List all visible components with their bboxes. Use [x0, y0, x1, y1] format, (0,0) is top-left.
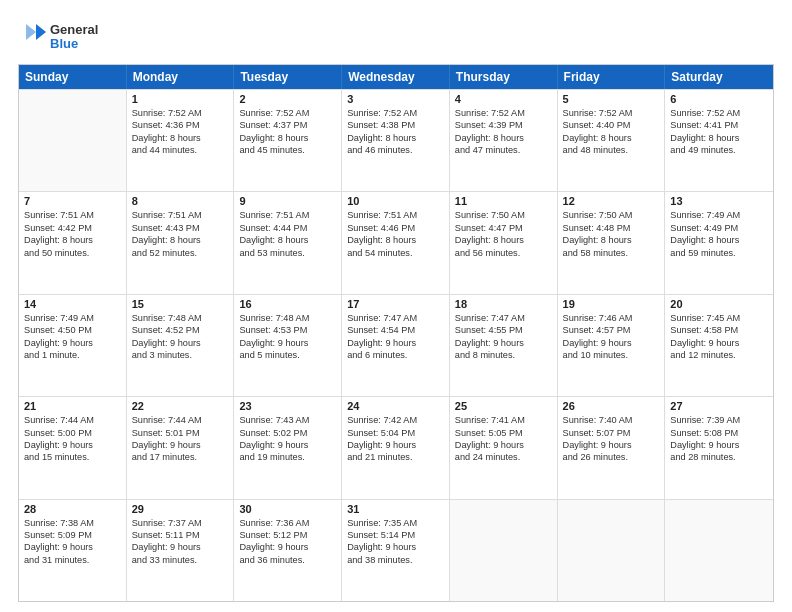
cell-line: Daylight: 9 hours — [563, 439, 660, 451]
cell-line: Sunrise: 7:44 AM — [24, 414, 121, 426]
cal-cell: 15Sunrise: 7:48 AMSunset: 4:52 PMDayligh… — [127, 295, 235, 396]
cell-line: Sunrise: 7:49 AM — [670, 209, 768, 221]
cell-line: Sunset: 4:37 PM — [239, 119, 336, 131]
cell-line: Sunset: 4:52 PM — [132, 324, 229, 336]
cell-line: Sunset: 4:57 PM — [563, 324, 660, 336]
cell-line: Sunrise: 7:39 AM — [670, 414, 768, 426]
cell-line: and 56 minutes. — [455, 247, 552, 259]
cell-line: Sunrise: 7:50 AM — [455, 209, 552, 221]
day-number: 9 — [239, 195, 336, 207]
day-number: 7 — [24, 195, 121, 207]
cal-cell — [450, 500, 558, 601]
cell-line: Daylight: 8 hours — [132, 132, 229, 144]
cell-line: Sunset: 4:55 PM — [455, 324, 552, 336]
cell-line: Sunset: 5:07 PM — [563, 427, 660, 439]
week-row-0: 1Sunrise: 7:52 AMSunset: 4:36 PMDaylight… — [19, 89, 773, 191]
logo-svg: General Blue — [18, 18, 108, 56]
cell-line: and 6 minutes. — [347, 349, 444, 361]
cell-line: Daylight: 8 hours — [347, 132, 444, 144]
svg-marker-2 — [36, 24, 46, 40]
cell-line: and 53 minutes. — [239, 247, 336, 259]
cal-cell: 18Sunrise: 7:47 AMSunset: 4:55 PMDayligh… — [450, 295, 558, 396]
day-number: 27 — [670, 400, 768, 412]
cell-line: Daylight: 8 hours — [455, 234, 552, 246]
day-number: 4 — [455, 93, 552, 105]
cal-cell: 25Sunrise: 7:41 AMSunset: 5:05 PMDayligh… — [450, 397, 558, 498]
cell-line: Sunset: 5:01 PM — [132, 427, 229, 439]
week-row-3: 21Sunrise: 7:44 AMSunset: 5:00 PMDayligh… — [19, 396, 773, 498]
cal-cell: 6Sunrise: 7:52 AMSunset: 4:41 PMDaylight… — [665, 90, 773, 191]
cell-line: Sunrise: 7:51 AM — [239, 209, 336, 221]
cell-line: Daylight: 9 hours — [24, 439, 121, 451]
cell-line: and 52 minutes. — [132, 247, 229, 259]
cell-line: Sunset: 5:04 PM — [347, 427, 444, 439]
cell-line: Daylight: 8 hours — [670, 132, 768, 144]
cell-line: Sunrise: 7:41 AM — [455, 414, 552, 426]
cal-cell — [19, 90, 127, 191]
cal-cell: 31Sunrise: 7:35 AMSunset: 5:14 PMDayligh… — [342, 500, 450, 601]
cell-line: Sunset: 4:48 PM — [563, 222, 660, 234]
day-number: 6 — [670, 93, 768, 105]
day-number: 12 — [563, 195, 660, 207]
cal-cell: 4Sunrise: 7:52 AMSunset: 4:39 PMDaylight… — [450, 90, 558, 191]
header-cell-monday: Monday — [127, 65, 235, 89]
cell-line: Sunrise: 7:40 AM — [563, 414, 660, 426]
cell-line: Daylight: 8 hours — [563, 132, 660, 144]
cell-line: Daylight: 9 hours — [347, 439, 444, 451]
cal-cell: 9Sunrise: 7:51 AMSunset: 4:44 PMDaylight… — [234, 192, 342, 293]
cal-cell: 30Sunrise: 7:36 AMSunset: 5:12 PMDayligh… — [234, 500, 342, 601]
cell-line: Daylight: 9 hours — [239, 337, 336, 349]
day-number: 25 — [455, 400, 552, 412]
cal-cell: 5Sunrise: 7:52 AMSunset: 4:40 PMDaylight… — [558, 90, 666, 191]
day-number: 24 — [347, 400, 444, 412]
cell-line: Sunset: 4:49 PM — [670, 222, 768, 234]
cell-line: and 49 minutes. — [670, 144, 768, 156]
cell-line: Daylight: 8 hours — [24, 234, 121, 246]
cell-line: Sunrise: 7:50 AM — [563, 209, 660, 221]
cell-line: and 19 minutes. — [239, 451, 336, 463]
header-cell-saturday: Saturday — [665, 65, 773, 89]
cell-line: Sunset: 5:05 PM — [455, 427, 552, 439]
cal-cell: 29Sunrise: 7:37 AMSunset: 5:11 PMDayligh… — [127, 500, 235, 601]
cell-line: and 38 minutes. — [347, 554, 444, 566]
cell-line: Sunrise: 7:44 AM — [132, 414, 229, 426]
cell-line: Sunset: 4:44 PM — [239, 222, 336, 234]
cal-cell: 21Sunrise: 7:44 AMSunset: 5:00 PMDayligh… — [19, 397, 127, 498]
cell-line: Daylight: 8 hours — [670, 234, 768, 246]
cell-line: Sunset: 4:40 PM — [563, 119, 660, 131]
cell-line: and 33 minutes. — [132, 554, 229, 566]
cell-line: Sunrise: 7:52 AM — [239, 107, 336, 119]
cal-cell — [558, 500, 666, 601]
cell-line: Daylight: 9 hours — [670, 439, 768, 451]
cell-line: Sunrise: 7:51 AM — [132, 209, 229, 221]
day-number: 14 — [24, 298, 121, 310]
cal-cell: 28Sunrise: 7:38 AMSunset: 5:09 PMDayligh… — [19, 500, 127, 601]
header-cell-wednesday: Wednesday — [342, 65, 450, 89]
cell-line: Sunset: 4:42 PM — [24, 222, 121, 234]
header: General Blue — [18, 18, 774, 56]
cal-cell: 11Sunrise: 7:50 AMSunset: 4:47 PMDayligh… — [450, 192, 558, 293]
day-number: 1 — [132, 93, 229, 105]
cell-line: Daylight: 9 hours — [239, 541, 336, 553]
cal-cell: 2Sunrise: 7:52 AMSunset: 4:37 PMDaylight… — [234, 90, 342, 191]
day-number: 5 — [563, 93, 660, 105]
cell-line: Sunrise: 7:38 AM — [24, 517, 121, 529]
logo: General Blue — [18, 18, 108, 56]
day-number: 3 — [347, 93, 444, 105]
cell-line: Daylight: 8 hours — [455, 132, 552, 144]
cell-line: Sunrise: 7:47 AM — [455, 312, 552, 324]
cal-cell: 8Sunrise: 7:51 AMSunset: 4:43 PMDaylight… — [127, 192, 235, 293]
day-number: 18 — [455, 298, 552, 310]
cell-line: Sunrise: 7:48 AM — [239, 312, 336, 324]
cell-line: Sunset: 4:58 PM — [670, 324, 768, 336]
cell-line: Sunset: 4:38 PM — [347, 119, 444, 131]
cal-cell: 3Sunrise: 7:52 AMSunset: 4:38 PMDaylight… — [342, 90, 450, 191]
cell-line: Sunrise: 7:52 AM — [670, 107, 768, 119]
cell-line: Sunset: 4:41 PM — [670, 119, 768, 131]
cell-line: Sunrise: 7:46 AM — [563, 312, 660, 324]
cell-line: Daylight: 8 hours — [563, 234, 660, 246]
cal-cell: 24Sunrise: 7:42 AMSunset: 5:04 PMDayligh… — [342, 397, 450, 498]
cal-cell: 16Sunrise: 7:48 AMSunset: 4:53 PMDayligh… — [234, 295, 342, 396]
cell-line: and 36 minutes. — [239, 554, 336, 566]
cal-cell: 7Sunrise: 7:51 AMSunset: 4:42 PMDaylight… — [19, 192, 127, 293]
